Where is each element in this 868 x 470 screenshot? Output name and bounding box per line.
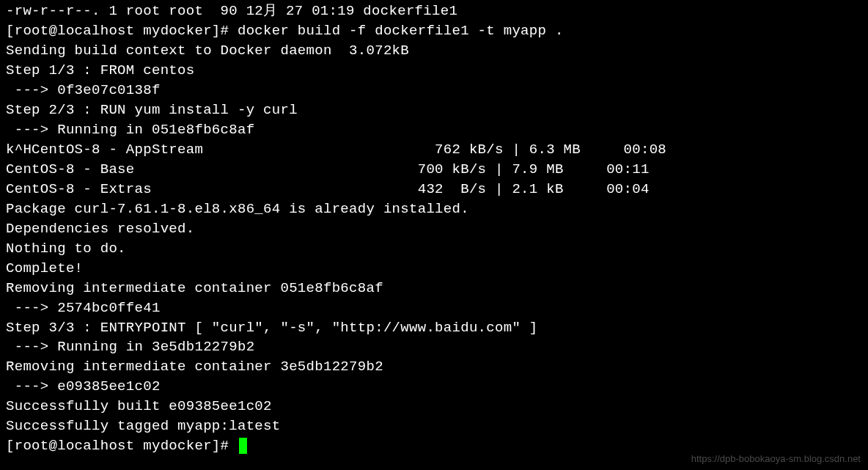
output-line: Step 3/3 : ENTRYPOINT [ "curl", "-s", "h… [6, 318, 862, 338]
output-line: Removing intermediate container 3e5db122… [6, 357, 862, 377]
output-line: Complete! [6, 259, 862, 279]
output-line: -rw-r--r--. 1 root root 90 12月 27 01:19 … [6, 1, 862, 21]
output-line: k^HCentOS-8 - AppStream 762 kB/s | 6.3 M… [6, 140, 862, 160]
output-line: Package curl-7.61.1-8.el8.x86_64 is alre… [6, 199, 862, 219]
output-line: Step 2/3 : RUN yum install -y curl [6, 100, 862, 120]
output-line: Step 1/3 : FROM centos [6, 61, 862, 81]
output-line: Removing intermediate container 051e8fb6… [6, 279, 862, 298]
output-line: ---> e09385ee1c02 [6, 377, 862, 397]
output-line: Successfully tagged myapp:latest [6, 416, 862, 436]
output-line: ---> Running in 051e8fb6c8af [6, 120, 862, 140]
output-line: Successfully built e09385ee1c02 [6, 397, 862, 416]
output-line: ---> Running in 3e5db12279b2 [6, 337, 862, 357]
output-line: ---> 0f3e07c0138f [6, 81, 862, 100]
terminal-output[interactable]: -rw-r--r--. 1 root root 90 12月 27 01:19 … [6, 1, 862, 456]
output-line: Nothing to do. [6, 239, 862, 259]
output-line: Sending build context to Docker daemon 3… [6, 41, 862, 61]
output-line: Dependencies resolved. [6, 219, 862, 239]
watermark-text: https://dpb-bobokaoya-sm.blog.csdn.net [691, 452, 861, 466]
output-line: ---> 2574bc0ffe41 [6, 298, 862, 318]
prompt-line: [root@localhost mydocker]# docker build … [6, 21, 862, 41]
cursor-icon [239, 438, 247, 454]
prompt-text: [root@localhost mydocker]# [6, 438, 238, 454]
output-line: CentOS-8 - Base 700 kB/s | 7.9 MB 00:11 [6, 160, 862, 180]
output-line: CentOS-8 - Extras 432 B/s | 2.1 kB 00:04 [6, 180, 862, 199]
